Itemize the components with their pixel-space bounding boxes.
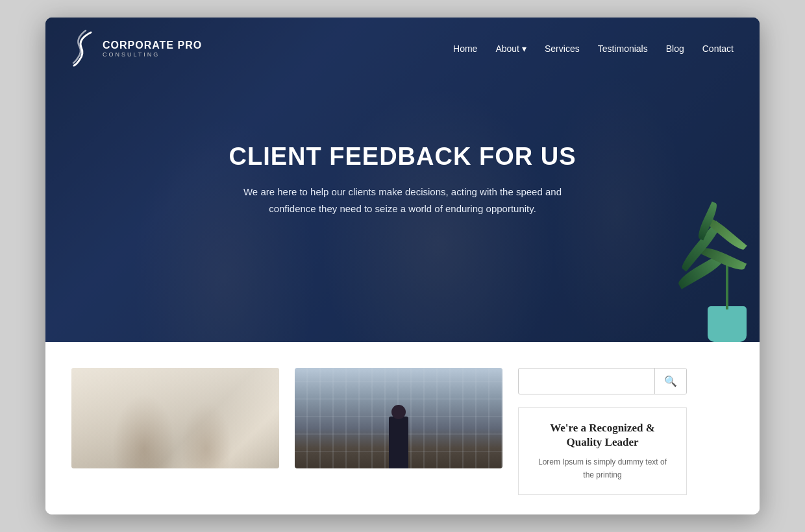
plant-pot: [708, 306, 747, 342]
bottom-section: 🔍 We're a Recognized & Quality Leader Lo…: [45, 342, 760, 514]
nav-about[interactable]: About ▾: [495, 43, 526, 54]
search-button[interactable]: 🔍: [654, 369, 686, 394]
hero-content: CLIENT FEEDBACK FOR US We are here to he…: [175, 143, 630, 217]
image-card-2: [295, 368, 502, 468]
browser-window: CORPORATE PRO CONSULTING Home About ▾ Se…: [45, 18, 760, 514]
nav-testimonials[interactable]: Testimonials: [598, 43, 648, 54]
nav-blog[interactable]: Blog: [666, 43, 684, 54]
brand-sub: CONSULTING: [103, 51, 202, 58]
quality-text: Lorem Ipsum is simply dummy text of the …: [532, 456, 673, 481]
search-box: 🔍: [518, 368, 687, 394]
nav-home[interactable]: Home: [453, 43, 477, 54]
hero-subtitle: We are here to help our clients make dec…: [175, 184, 630, 217]
nav-links: Home About ▾ Services Testimonials Blog …: [453, 43, 734, 54]
brand-name: CORPORATE PRO: [103, 40, 202, 51]
quality-card: We're a Recognized & Quality Leader Lore…: [518, 407, 687, 495]
nav-contact[interactable]: Contact: [702, 43, 734, 54]
search-icon: 🔍: [664, 376, 677, 387]
hero-title: CLIENT FEEDBACK FOR US: [175, 143, 630, 171]
search-input[interactable]: [519, 370, 654, 393]
image-card-1: [71, 368, 279, 468]
nav-services[interactable]: Services: [545, 43, 580, 54]
quality-title: We're a Recognized & Quality Leader: [532, 421, 673, 450]
logo[interactable]: CORPORATE PRO CONSULTING: [71, 29, 202, 68]
person-silhouette: [389, 417, 408, 468]
chevron-down-icon: ▾: [522, 43, 526, 54]
logo-icon: [71, 29, 96, 68]
navbar: CORPORATE PRO CONSULTING Home About ▾ Se…: [45, 18, 760, 80]
hero-section: CORPORATE PRO CONSULTING Home About ▾ Se…: [45, 18, 760, 342]
logo-text: CORPORATE PRO CONSULTING: [103, 40, 202, 58]
plant-decoration: [656, 160, 760, 342]
sidebar: 🔍 We're a Recognized & Quality Leader Lo…: [518, 368, 687, 495]
